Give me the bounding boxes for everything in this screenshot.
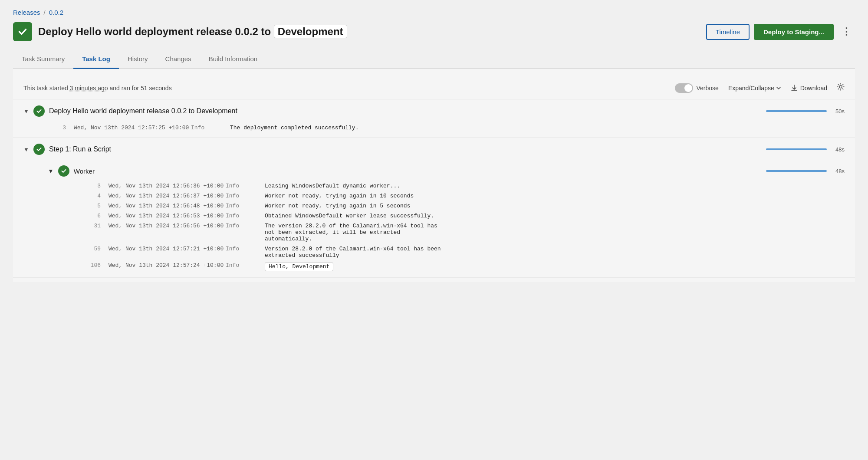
download-button[interactable]: Download bbox=[791, 85, 827, 92]
tab-task-summary[interactable]: Task Summary bbox=[13, 50, 73, 69]
check-icon bbox=[61, 168, 67, 174]
chevron-down-icon: ▼ bbox=[48, 168, 54, 174]
breadcrumb-version[interactable]: 0.0.2 bbox=[49, 9, 63, 16]
success-icon-box bbox=[13, 22, 32, 41]
check-icon bbox=[36, 108, 42, 114]
log-entry: 3 Wed, Nov 13th 2024 12:57:25 +10:00 Inf… bbox=[48, 123, 845, 133]
log-group-step1: ▼ Step 1: Run a Script 48s ▼ bbox=[13, 138, 855, 278]
log-group-step1-header[interactable]: ▼ Step 1: Run a Script 48s bbox=[13, 138, 855, 161]
check-icon bbox=[36, 146, 42, 152]
deploy-to-staging-button[interactable]: Deploy to Staging... bbox=[754, 24, 834, 40]
task-info-text: This task started 3 minutes ago and ran … bbox=[23, 85, 172, 92]
timeline-button[interactable]: Timeline bbox=[706, 24, 750, 40]
tab-history[interactable]: History bbox=[119, 50, 157, 69]
log-entry: 3 Wed, Nov 13th 2024 12:56:36 +10:00 Inf… bbox=[82, 181, 845, 191]
settings-button[interactable] bbox=[837, 83, 845, 93]
log-group-step1-title: Step 1: Run a Script bbox=[49, 145, 762, 153]
tab-build-information[interactable]: Build Information bbox=[200, 50, 266, 69]
log-entry: 106 Wed, Nov 13th 2024 12:57:24 +10:00 I… bbox=[82, 260, 845, 273]
tabs-bar: Task Summary Task Log History Changes Bu… bbox=[13, 50, 855, 69]
breadcrumb-separator: / bbox=[44, 9, 46, 16]
tab-task-log[interactable]: Task Log bbox=[73, 50, 119, 69]
progress-bar-step1 bbox=[766, 148, 827, 150]
subgroup-worker: ▼ Worker 48s 3 Wed, Nov 13t bbox=[30, 161, 855, 277]
log-entry: 5 Wed, Nov 13th 2024 12:56:48 +10:00 Inf… bbox=[82, 201, 845, 211]
page-header: Deploy Hello world deployment release 0.… bbox=[13, 22, 855, 41]
worker-log-entries: 3 Wed, Nov 13th 2024 12:56:36 +10:00 Inf… bbox=[30, 181, 855, 277]
content-area: This task started 3 minutes ago and ran … bbox=[13, 69, 855, 282]
chevron-down-icon bbox=[776, 85, 781, 91]
verbose-label: Verbose bbox=[697, 85, 719, 92]
svg-point-0 bbox=[839, 85, 842, 88]
chevron-down-icon: ▼ bbox=[23, 146, 29, 153]
task-info-bar: This task started 3 minutes ago and ran … bbox=[13, 77, 855, 99]
log-group-main: ▼ Deploy Hello world deployment release … bbox=[13, 99, 855, 138]
checkmark-icon bbox=[17, 26, 28, 37]
success-circle-main bbox=[33, 105, 45, 117]
download-icon bbox=[791, 85, 798, 92]
log-entry: 31 Wed, Nov 13th 2024 12:56:56 +10:00 In… bbox=[82, 221, 845, 244]
task-controls: Verbose Expand/Collapse Download bbox=[675, 83, 845, 93]
log-entry: 59 Wed, Nov 13th 2024 12:57:21 +10:00 In… bbox=[82, 244, 845, 260]
log-group-step1-time: 48s bbox=[835, 146, 845, 153]
header-actions: Timeline Deploy to Staging... ⋮ bbox=[706, 24, 855, 40]
subgroup-worker-header[interactable]: ▼ Worker 48s bbox=[30, 161, 855, 181]
log-entry: 4 Wed, Nov 13th 2024 12:56:37 +10:00 Inf… bbox=[82, 191, 845, 201]
success-circle-step1 bbox=[33, 144, 45, 155]
page-wrapper: Releases / 0.0.2 Deploy Hello world depl… bbox=[0, 0, 868, 460]
expand-collapse-button[interactable]: Expand/Collapse bbox=[728, 85, 781, 92]
log-group-main-time: 50s bbox=[835, 108, 845, 115]
page-title: Deploy Hello world deployment release 0.… bbox=[38, 26, 700, 38]
log-group-main-title: Deploy Hello world deployment release 0.… bbox=[49, 107, 762, 115]
log-group-main-header[interactable]: ▼ Deploy Hello world deployment release … bbox=[13, 99, 855, 123]
chevron-down-icon: ▼ bbox=[23, 108, 29, 115]
tab-changes[interactable]: Changes bbox=[157, 50, 200, 69]
breadcrumb: Releases / 0.0.2 bbox=[13, 9, 855, 16]
log-entries-main: 3 Wed, Nov 13th 2024 12:57:25 +10:00 Inf… bbox=[13, 123, 855, 137]
subgroup-worker-time: 48s bbox=[835, 168, 845, 174]
subgroup-worker-title: Worker bbox=[74, 168, 762, 175]
success-circle-worker bbox=[58, 165, 69, 177]
progress-bar-main bbox=[766, 110, 827, 112]
log-entry: 6 Wed, Nov 13th 2024 12:56:53 +10:00 Inf… bbox=[82, 211, 845, 221]
log-section: ▼ Deploy Hello world deployment release … bbox=[13, 99, 855, 282]
time-ago: 3 minutes ago bbox=[70, 85, 108, 92]
highlighted-message: Hello, Development bbox=[265, 262, 333, 271]
verbose-toggle: Verbose bbox=[675, 83, 719, 93]
verbose-switch[interactable] bbox=[675, 83, 693, 93]
gear-icon bbox=[837, 83, 845, 91]
more-options-button[interactable]: ⋮ bbox=[838, 24, 855, 39]
progress-bar-worker bbox=[766, 170, 827, 172]
breadcrumb-releases[interactable]: Releases bbox=[13, 9, 40, 16]
